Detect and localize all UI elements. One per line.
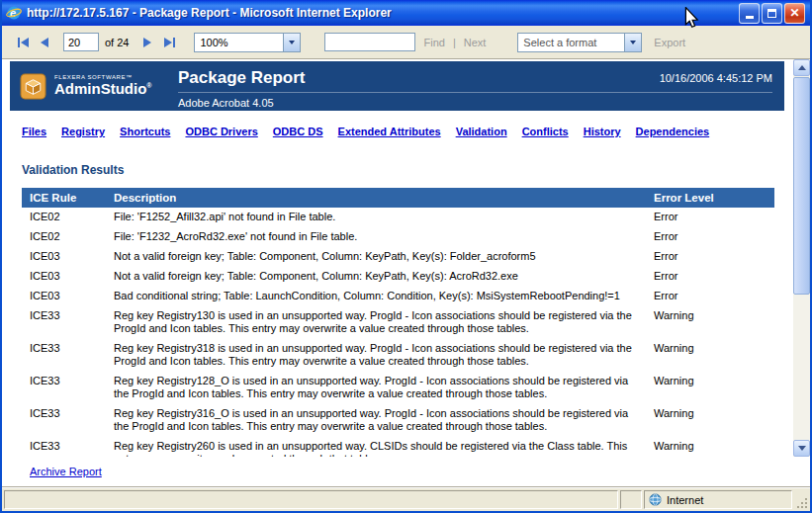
- report-timestamp: 10/16/2006 4:45:12 PM: [660, 72, 772, 84]
- table-row: ICE02 File: 'F1232_AcroRd32.exe' not fou…: [22, 227, 774, 247]
- resize-grip[interactable]: [794, 490, 808, 509]
- table-row: ICE33 Reg key Registry130 is used in an …: [22, 306, 774, 339]
- error-level-cell: Warning: [646, 339, 774, 372]
- report-section-nav: FilesRegistryShortcutsODBC DriversODBC D…: [2, 111, 793, 139]
- package-name: Adobe Acrobat 4.05: [178, 93, 772, 109]
- adminstudio-brand: FLEXERA SOFTWARE™ AdminStudio®: [20, 61, 166, 111]
- security-zone-pane: Internet: [644, 490, 792, 509]
- status-main-pane: [4, 490, 618, 509]
- report-nav-link[interactable]: ODBC Drivers: [185, 126, 257, 137]
- last-page-button[interactable]: [158, 33, 180, 52]
- zoom-dropdown-button[interactable]: [283, 34, 300, 51]
- report-nav-link[interactable]: Shortcuts: [120, 126, 170, 137]
- report-title: Package Report: [178, 68, 306, 88]
- globe-icon: [649, 493, 662, 506]
- last-page-icon: [173, 38, 175, 47]
- table-row: ICE03 Not a valid foreign key; Table: Co…: [22, 267, 774, 287]
- ice-rule-cell: ICE33: [22, 437, 106, 457]
- scroll-down-button[interactable]: [793, 440, 810, 457]
- validation-results-table: ICE Rule Description Error Level ICE02 F…: [22, 188, 774, 457]
- scroll-up-button[interactable]: [793, 59, 810, 76]
- error-level-cell: Error: [646, 208, 774, 227]
- report-nav-link[interactable]: ODBC DS: [273, 126, 323, 137]
- col-ice-rule: ICE Rule: [22, 188, 106, 208]
- error-level-cell: Error: [646, 247, 774, 267]
- adminstudio-logo-icon: [20, 73, 46, 100]
- description-cell: Reg key Registry318 is used in an unsupp…: [106, 339, 646, 372]
- report-nav-link[interactable]: Extended Attributes: [338, 126, 441, 137]
- description-cell: Reg key Registry130 is used in an unsupp…: [106, 306, 646, 339]
- report-toolbar: of 24 100% Find | Next Select a format E…: [2, 26, 810, 59]
- find-next-separator: |: [453, 37, 456, 48]
- ie-icon[interactable]: e: [6, 5, 22, 21]
- archive-report-link[interactable]: Archive Report: [30, 466, 102, 477]
- zoom-value: 100%: [195, 37, 283, 48]
- first-page-icon: [18, 38, 20, 47]
- close-button[interactable]: ✕: [784, 3, 805, 24]
- report-nav-link[interactable]: Registry: [61, 126, 105, 137]
- next-link[interactable]: Next: [464, 37, 487, 48]
- table-row: ICE33 Reg key Registry318 is used in an …: [22, 339, 774, 372]
- description-cell: File: 'F1232_AcroRd32.exe' not found in …: [106, 227, 646, 247]
- registered-mark: ®: [146, 82, 151, 89]
- description-cell: Not a valid foreign key; Table: Componen…: [106, 247, 646, 267]
- maximize-button[interactable]: [762, 3, 782, 24]
- browser-window: e http://172.17.5.167 - Package Report -…: [0, 0, 812, 513]
- next-page-icon: [143, 38, 151, 47]
- format-select[interactable]: Select a format: [517, 33, 642, 52]
- report-page: FLEXERA SOFTWARE™ AdminStudio® Package R…: [2, 59, 793, 457]
- report-viewport: FLEXERA SOFTWARE™ AdminStudio® Package R…: [2, 59, 810, 457]
- table-header-row: ICE Rule Description Error Level: [22, 188, 774, 208]
- export-link[interactable]: Export: [654, 37, 685, 48]
- table-row: ICE03 Bad conditional string; Table: Lau…: [22, 287, 774, 306]
- ice-rule-cell: ICE33: [22, 339, 106, 372]
- next-page-button[interactable]: [136, 33, 158, 52]
- maximize-icon: [767, 9, 776, 18]
- report-nav-link[interactable]: Files: [22, 126, 46, 137]
- ice-rule-cell: ICE33: [22, 404, 106, 437]
- col-error-level: Error Level: [646, 188, 774, 208]
- report-nav-link[interactable]: Conflicts: [522, 126, 569, 137]
- col-description: Description: [106, 188, 646, 208]
- brand-name-label: AdminStudio®: [54, 81, 152, 98]
- ice-rule-cell: ICE33: [22, 306, 106, 339]
- status-secondary-pane: [620, 490, 642, 509]
- description-cell: Not a valid foreign key; Table: Componen…: [106, 267, 646, 287]
- format-value: Select a format: [518, 37, 624, 48]
- vertical-scrollbar[interactable]: [793, 59, 810, 457]
- page-footer: Archive Report: [2, 457, 810, 486]
- scrollbar-thumb[interactable]: [793, 77, 810, 295]
- format-dropdown-button[interactable]: [624, 34, 641, 51]
- description-cell: Reg key Registry128_O is used in an unsu…: [106, 372, 646, 404]
- previous-page-icon: [41, 38, 48, 47]
- minimize-button[interactable]: [739, 3, 760, 24]
- table-row: ICE33 Reg key Registry316_O is used in a…: [22, 404, 774, 437]
- grip-dots-icon: [805, 506, 807, 508]
- ice-rule-cell: ICE02: [22, 227, 106, 247]
- description-cell: Bad conditional string; Table: LaunchCon…: [106, 287, 646, 306]
- table-row: ICE33 Reg key Registry128_O is used in a…: [22, 372, 774, 404]
- find-input[interactable]: [324, 33, 415, 51]
- last-page-arrow-icon: [164, 38, 172, 47]
- scrollbar-track[interactable]: [793, 296, 810, 440]
- first-page-button[interactable]: [12, 33, 34, 52]
- error-level-cell: Error: [646, 267, 774, 287]
- previous-page-button[interactable]: [34, 33, 55, 52]
- ice-rule-cell: ICE03: [22, 267, 106, 287]
- zone-label: Internet: [667, 494, 703, 506]
- scroll-down-icon: [798, 446, 806, 451]
- chevron-down-icon: [289, 41, 295, 44]
- error-level-cell: Warning: [646, 306, 774, 339]
- report-nav-link[interactable]: Dependencies: [636, 126, 710, 137]
- status-bar: Internet: [2, 486, 810, 511]
- report-nav-link[interactable]: History: [584, 126, 621, 137]
- page-number-input[interactable]: [63, 33, 99, 51]
- chevron-down-icon: [630, 41, 636, 44]
- zoom-select[interactable]: 100%: [194, 33, 301, 52]
- find-link[interactable]: Find: [423, 37, 444, 48]
- error-level-cell: Error: [646, 227, 774, 247]
- report-nav-link[interactable]: Validation: [456, 126, 507, 137]
- description-cell: Reg key Registry260 is used in an unsupp…: [106, 437, 646, 457]
- minimize-icon: [746, 16, 754, 19]
- ice-rule-cell: ICE03: [22, 247, 106, 267]
